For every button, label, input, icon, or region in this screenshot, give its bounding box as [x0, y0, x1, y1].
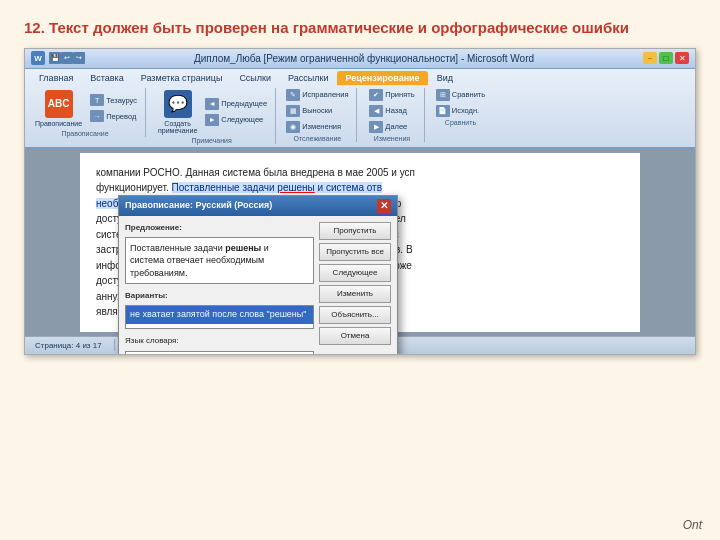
create-note-btn[interactable]: 💬 Создатьпримечание	[154, 88, 201, 136]
source-label: Исходн.	[452, 106, 479, 115]
window-controls: − □ ✕	[643, 52, 689, 64]
spell-dialog-body: Предложение: Поставленные задачи решены …	[119, 216, 397, 355]
dropdown-arrow: ▼	[302, 353, 310, 354]
tab-layout[interactable]: Разметка страницы	[133, 71, 231, 85]
text-highlighted: Поставленные задачи решены и система отв	[172, 182, 382, 193]
change-btn[interactable]: Изменить	[319, 285, 391, 303]
page-info: Страница: 4 из 17	[31, 341, 106, 350]
spell-left-panel: Предложение: Поставленные задачи решены …	[125, 222, 314, 355]
translate-icon: →	[90, 110, 104, 122]
prev-label: Предыдущее	[221, 99, 267, 108]
group-spelling-label: Правописание	[61, 130, 108, 137]
ribbon: Главная Вставка Разметка страницы Ссылки…	[25, 69, 695, 149]
status-sep1	[114, 339, 115, 351]
next-icon: ►	[205, 114, 219, 126]
thesaurus-label: Тезаурус	[106, 96, 137, 105]
notes-buttons: 💬 Создатьпримечание ◄ Предыдущее ► Следу…	[154, 88, 269, 136]
language-dropdown[interactable]: Русский (Россия) ▼	[125, 351, 314, 354]
spell-variants-list[interactable]: не хватает запятой после слова "решены"	[125, 305, 314, 329]
minimize-btn[interactable]: −	[643, 52, 657, 64]
prev-note-btn[interactable]: ◄ Предыдущее	[203, 97, 269, 111]
changes-buttons: ✔ Принять ◀ Назад ▶ Далее	[367, 88, 416, 134]
close-btn[interactable]: ✕	[675, 52, 689, 64]
accept-label: Принять	[385, 90, 414, 99]
spelling-icon: ABC	[45, 90, 73, 118]
next-spell-btn[interactable]: Следующее	[319, 264, 391, 282]
group-notes-label: Примечания	[191, 137, 231, 144]
cancel-spell-btn[interactable]: Отмена	[319, 327, 391, 345]
show-markup-btn[interactable]: ◉ Изменения	[284, 120, 350, 134]
slide-title: 12. Текст должен быть проверен на грамма…	[24, 18, 696, 38]
tab-insert[interactable]: Вставка	[82, 71, 131, 85]
language-row: Язык словаря:	[125, 335, 314, 347]
skip-all-btn[interactable]: Пропустить все	[319, 243, 391, 261]
compare-label: Сравнить	[452, 90, 485, 99]
text-line1: компании РОСНО. Данная система была внед…	[96, 167, 415, 178]
fwd-icon: ▶	[369, 121, 383, 133]
undo-icon[interactable]: ↩	[61, 52, 73, 64]
tab-home[interactable]: Главная	[31, 71, 81, 85]
group-spelling: ABC Правописание T Тезаурус → Перевод	[31, 88, 146, 137]
redo-icon[interactable]: ↪	[73, 52, 85, 64]
group-changes-label: Изменения	[374, 135, 410, 142]
maximize-btn[interactable]: □	[659, 52, 673, 64]
note-nav-buttons: ◄ Предыдущее ► Следующее	[203, 97, 269, 127]
group-notes: 💬 Создатьпримечание ◄ Предыдущее ► Следу…	[154, 88, 276, 144]
compare-buttons: ⊞ Сравнить 📄 Исходн.	[434, 88, 487, 118]
spell-right-panel: Пропустить Пропустить все Следующее Изме…	[319, 222, 391, 355]
save-icon[interactable]: 💾	[49, 52, 61, 64]
small-buttons-group: T Тезаурус → Перевод	[88, 93, 139, 123]
bottom-right-text: Ont	[683, 518, 702, 532]
spell-dialog-close-btn[interactable]: ✕	[377, 199, 391, 213]
spell-main-area: Предложение: Поставленные задачи решены …	[125, 222, 391, 355]
spell-proposal-text: Поставленные задачи решены исистема отве…	[125, 237, 314, 285]
prev-icon: ◄	[205, 98, 219, 110]
note-icon: 💬	[164, 90, 192, 118]
accept-btn[interactable]: ✔ Принять	[367, 88, 416, 102]
tracked-label: Исправления	[302, 90, 348, 99]
spell-dialog-title: Правописание: Русский (Россия) ✕	[119, 196, 397, 216]
spell-dialog: Правописание: Русский (Россия) ✕ Предлож…	[118, 195, 398, 355]
ribbon-content: ABC Правописание T Тезаурус → Перевод	[25, 85, 695, 147]
tab-mailings[interactable]: Рассылки	[280, 71, 336, 85]
compare-icon: ⊞	[436, 89, 450, 101]
tracked-changes-btn[interactable]: ✎ Исправления	[284, 88, 350, 102]
doc-page: компании РОСНО. Данная система была внед…	[80, 153, 640, 332]
markup-label: Изменения	[302, 122, 341, 131]
translate-btn[interactable]: → Перевод	[88, 109, 139, 123]
variants-label: Варианты:	[125, 290, 314, 302]
spelling-label: Правописание	[35, 120, 82, 127]
next-note-btn[interactable]: ► Следующее	[203, 113, 269, 127]
compare-btn[interactable]: ⊞ Сравнить	[434, 88, 487, 102]
spell-variant-selected[interactable]: не хватает запятой после слова "решены"	[126, 306, 313, 324]
window-title: Диплом_Люба [Режим ограниченной функцион…	[85, 53, 643, 64]
thesaurus-btn[interactable]: T Тезаурус	[88, 93, 139, 107]
back-label: Назад	[385, 106, 407, 115]
tab-links[interactable]: Ссылки	[231, 71, 279, 85]
tracked-icon: ✎	[286, 89, 300, 101]
title-bar: W 💾 ↩ ↪ Диплом_Люба [Режим ограниченной …	[25, 49, 695, 69]
proposal-text-before: Поставленные задачи	[130, 243, 225, 253]
translate-label: Перевод	[106, 112, 136, 121]
language-value: Русский (Россия)	[129, 353, 192, 354]
back-btn[interactable]: ◀ Назад	[367, 104, 416, 118]
next-label: Следующее	[221, 115, 263, 124]
skip-btn[interactable]: Пропустить	[319, 222, 391, 240]
tab-view[interactable]: Вид	[429, 71, 461, 85]
source-icon: 📄	[436, 105, 450, 117]
explain-btn[interactable]: Объяснить...	[319, 306, 391, 324]
source-btn[interactable]: 📄 Исходн.	[434, 104, 487, 118]
forward-label: Далее	[385, 122, 407, 131]
word-window: W 💾 ↩ ↪ Диплом_Люба [Режим ограниченной …	[24, 48, 696, 355]
note-label: Создатьпримечание	[158, 120, 197, 134]
forward-btn[interactable]: ▶ Далее	[367, 120, 416, 134]
tab-review[interactable]: Рецензирование	[337, 71, 427, 85]
balloons-btn[interactable]: ▦ Выноски	[284, 104, 350, 118]
group-tracking: ✎ Исправления ▦ Выноски ◉ Изменения Отсл…	[284, 88, 357, 142]
markup-icon: ◉	[286, 121, 300, 133]
accept-icon: ✔	[369, 89, 383, 101]
spelling-btn[interactable]: ABC Правописание	[31, 88, 86, 129]
slide-container: 12. Текст должен быть проверен на грамма…	[0, 0, 720, 540]
ribbon-tabs: Главная Вставка Разметка страницы Ссылки…	[25, 69, 695, 85]
group-changes: ✔ Принять ◀ Назад ▶ Далее Изменения	[365, 88, 425, 142]
